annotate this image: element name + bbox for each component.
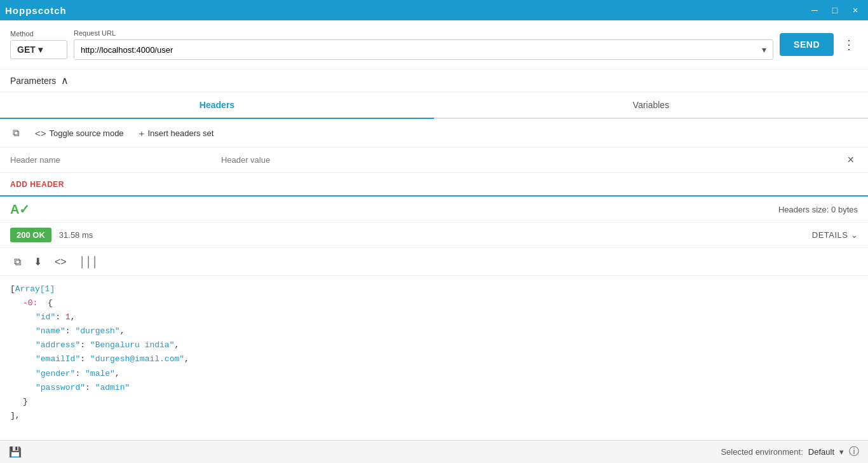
add-icon: +	[139, 128, 145, 139]
url-input-row: ▾	[74, 39, 773, 60]
copy-response-button[interactable]: ⧉	[10, 254, 25, 270]
response-time: 31.58 ms	[59, 230, 93, 240]
send-button[interactable]: SEND	[780, 33, 834, 56]
tab-variables[interactable]: Variables	[434, 92, 868, 118]
response-info: 200 OK 31.58 ms	[10, 228, 93, 242]
json-line-4: "name": "durgesh",	[10, 324, 858, 338]
json-line-10: ],	[10, 409, 858, 423]
download-response-button[interactable]: ⬇	[30, 253, 46, 270]
columns-button[interactable]: ⁠│⁠│⁠│	[76, 254, 102, 270]
source-icon: <>	[35, 128, 46, 139]
tabs-container: Headers Variables	[0, 92, 868, 119]
env-dropdown-button[interactable]: ▾	[839, 447, 844, 457]
parameters-toggle-icon[interactable]: ∧	[61, 74, 69, 86]
url-dropdown-button[interactable]: ▾	[756, 40, 773, 59]
toggle-source-label: Toggle source mode	[50, 128, 124, 138]
headers-size-text: Headers size: 0 bytes	[778, 205, 858, 214]
info-icon: ⓘ	[849, 446, 859, 457]
remove-header-button[interactable]: ×	[843, 152, 858, 168]
footer-left: 💾	[9, 446, 22, 458]
url-input[interactable]	[74, 41, 756, 59]
url-label: Request URL	[74, 29, 773, 37]
source-response-icon: <>	[55, 256, 67, 267]
download-icon: ⬇	[34, 256, 42, 267]
headers-toolbar: ⧉ <> Toggle source mode + Insert headers…	[0, 119, 868, 148]
response-status-row: 200 OK 31.58 ms DETAILS ⌄	[0, 223, 868, 248]
more-options-button[interactable]: ⋮	[840, 34, 858, 55]
json-line-7: "gender": "male",	[10, 367, 858, 381]
insert-headers-button[interactable]: + Insert headers set	[137, 126, 217, 141]
status-badge: 200 OK	[10, 228, 51, 242]
env-label: Selected environment:	[721, 447, 803, 457]
json-line-8: "password": "admin"	[10, 381, 858, 395]
headers-size-row: A✓ Headers size: 0 bytes	[0, 197, 868, 223]
main-content: Method GET ▾ Request URL ▾ SEND ⋮ Parame…	[0, 20, 868, 440]
details-label: DETAILS	[812, 230, 848, 240]
save-icon[interactable]: 💾	[9, 446, 22, 458]
details-button[interactable]: DETAILS ⌄	[812, 230, 858, 240]
json-line-1: [Array[1]	[10, 282, 858, 296]
info-button[interactable]: ⓘ	[849, 445, 859, 459]
json-body: [Array[1] -0: { "id": 1, "name": "durges…	[0, 276, 868, 440]
json-line-3: "id": 1,	[10, 310, 858, 324]
insert-headers-label: Insert headers set	[147, 128, 214, 138]
parameters-label: Parameters	[10, 76, 56, 86]
method-select[interactable]: GET ▾	[10, 40, 67, 59]
copy-icon: ⧉	[13, 127, 20, 139]
columns-icon: ⁠│⁠│⁠│	[79, 256, 98, 267]
method-group: Method GET ▾	[10, 30, 67, 59]
env-value: Default	[808, 447, 834, 457]
footer: 💾 Selected environment: Default ▾ ⓘ	[0, 440, 868, 463]
method-value: GET	[17, 45, 36, 55]
spell-check-icon: A✓	[10, 202, 30, 217]
toggle-source-button[interactable]: <> Toggle source mode	[32, 126, 126, 141]
app-title: Hoppscotch	[5, 5, 67, 16]
copy-response-icon: ⧉	[14, 256, 21, 267]
json-line-6: "emailId": "durgesh@imail.com",	[10, 352, 858, 366]
parameters-row: Parameters ∧	[0, 69, 868, 92]
response-toolbar: ⧉ ⬇ <> ⁠│⁠│⁠│	[0, 248, 868, 276]
details-chevron-icon: ⌄	[851, 230, 858, 240]
header-value-input[interactable]	[216, 151, 844, 169]
json-line-5: "address": "Bengaluru india",	[10, 338, 858, 352]
tab-headers[interactable]: Headers	[0, 92, 434, 118]
json-line-2: -0: {	[10, 296, 858, 310]
header-name-input[interactable]	[10, 151, 216, 169]
minimize-button[interactable]: ─	[807, 3, 822, 18]
url-row: Method GET ▾ Request URL ▾ SEND ⋮	[0, 20, 868, 69]
add-header-button[interactable]: ADD HEADER	[10, 180, 64, 189]
close-button[interactable]: ×	[848, 3, 863, 18]
window-controls: ─ □ ×	[807, 3, 863, 18]
json-line-9: }	[10, 395, 858, 409]
copy-headers-button[interactable]: ⧉	[10, 125, 22, 141]
add-header-row: ADD HEADER	[0, 173, 868, 197]
method-label: Method	[10, 30, 67, 38]
url-group: Request URL ▾	[74, 29, 773, 60]
source-response-button[interactable]: <>	[51, 254, 71, 270]
header-input-row: ×	[0, 148, 868, 173]
footer-right: Selected environment: Default ▾ ⓘ	[721, 445, 859, 459]
maximize-button[interactable]: □	[827, 3, 843, 18]
titlebar: Hoppscotch ─ □ ×	[0, 0, 868, 20]
method-dropdown-icon: ▾	[38, 45, 43, 55]
